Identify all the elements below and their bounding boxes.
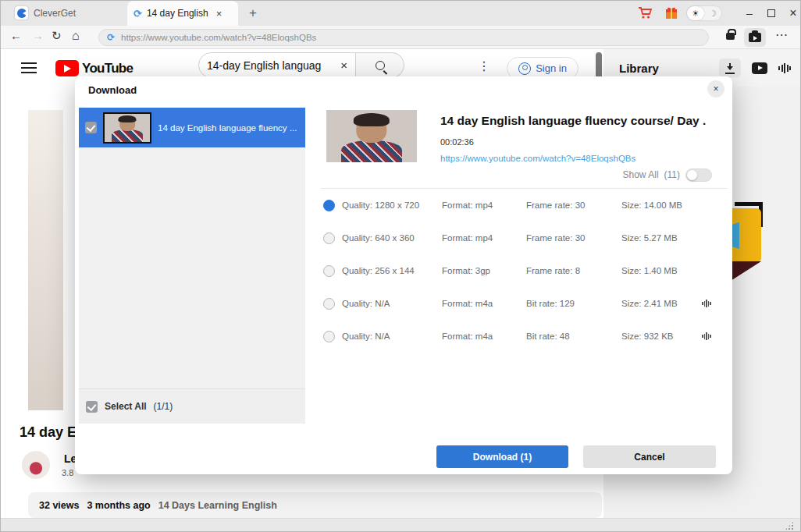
format-cell: Format: mp4 bbox=[442, 200, 493, 210]
channel-avatar[interactable] bbox=[22, 451, 50, 479]
show-all-count: (11) bbox=[664, 169, 680, 180]
views-count: 32 views bbox=[39, 500, 79, 511]
browser-tab[interactable]: ⟳ 14 day English × bbox=[127, 1, 238, 26]
stream-list: Quality: 1280 x 720 Format: mp4 Frame ra… bbox=[321, 188, 728, 353]
download-dialog: Download × 14 day English language fluen… bbox=[75, 76, 732, 474]
quality-cell: Quality: N/A bbox=[342, 332, 390, 341]
dialog-title: Download bbox=[88, 84, 137, 96]
youtube-play-icon bbox=[55, 60, 79, 76]
youtube-logo[interactable]: YouTube bbox=[55, 60, 133, 76]
quality-cell: Quality: N/A bbox=[342, 299, 390, 308]
stream-radio[interactable] bbox=[323, 331, 335, 342]
rate-cell: Bit rate: 48 bbox=[526, 332, 570, 341]
audio-library-icon[interactable] bbox=[778, 63, 791, 73]
title-bar: CleverGet ⟳ 14 day English × + ☀ ☽ – × bbox=[1, 1, 801, 26]
cancel-button[interactable]: Cancel bbox=[583, 445, 716, 468]
show-all-toggle[interactable] bbox=[685, 168, 712, 182]
stream-row[interactable]: Quality: 256 x 144 Format: 3gp Frame rat… bbox=[321, 254, 728, 287]
stream-row[interactable]: Quality: 1280 x 720 Format: mp4 Frame ra… bbox=[321, 189, 728, 222]
video-meta-box[interactable]: 32 views 3 months ago 14 Days Learning E… bbox=[28, 492, 602, 518]
stream-radio[interactable] bbox=[323, 200, 335, 211]
item-title: 14 day English language fluency ... bbox=[158, 123, 297, 133]
close-button[interactable]: × bbox=[785, 5, 801, 22]
stream-radio[interactable] bbox=[323, 232, 335, 244]
quality-cell: Quality: 640 x 360 bbox=[342, 233, 415, 243]
stream-row[interactable]: Quality: N/A Format: m4a Bit rate: 129 S… bbox=[321, 287, 728, 320]
download-arrow-icon bbox=[725, 63, 735, 73]
video-list: 14 day English language fluency ... bbox=[79, 108, 305, 388]
search-value: 14-day English languag bbox=[207, 59, 337, 72]
video-title: 14 day English language fluency course/ … bbox=[440, 114, 725, 128]
kebab-menu-icon[interactable]: ⋮ bbox=[478, 59, 490, 73]
audio-stream-icon bbox=[702, 300, 711, 307]
select-all-row[interactable]: Select All (1/1) bbox=[79, 388, 305, 424]
format-cell: Format: 3gp bbox=[442, 266, 490, 275]
library-title: Library bbox=[619, 62, 659, 75]
audio-stream-icon bbox=[702, 332, 711, 340]
home-button[interactable]: ⌂ bbox=[72, 29, 80, 43]
minimize-button[interactable]: – bbox=[741, 5, 758, 22]
video-downloader-icon bbox=[749, 33, 761, 42]
downloading-tab[interactable] bbox=[719, 59, 741, 77]
magnifier-icon bbox=[376, 61, 385, 70]
tab-loading-icon: ⟳ bbox=[134, 8, 142, 20]
show-all-label: Show All bbox=[623, 169, 659, 180]
cart-icon[interactable] bbox=[638, 6, 653, 23]
select-all-count: (1/1) bbox=[154, 401, 173, 412]
dialog-close-button[interactable]: × bbox=[707, 80, 724, 98]
hamburger-menu-icon[interactable] bbox=[21, 62, 37, 73]
url-text: https://www.youtube.com/watch?v=48Eloqsh… bbox=[121, 33, 316, 42]
select-all-label: Select All bbox=[105, 401, 147, 412]
back-button[interactable]: ← bbox=[10, 29, 22, 42]
stream-radio[interactable] bbox=[323, 298, 335, 310]
rate-cell: Frame rate: 8 bbox=[526, 266, 580, 275]
size-cell: Size: 1.40 MB bbox=[621, 266, 678, 275]
watch-page-title: 14 day E bbox=[20, 424, 77, 441]
stream-row[interactable]: Quality: 640 x 360 Format: mp4 Frame rat… bbox=[321, 222, 728, 254]
tab-close-icon[interactable]: × bbox=[216, 8, 222, 20]
lock-icon[interactable] bbox=[726, 33, 735, 40]
stream-row[interactable]: Quality: N/A Format: m4a Bit rate: 48 Si… bbox=[321, 320, 728, 353]
new-tab-button[interactable]: + bbox=[249, 5, 257, 21]
show-all-row: Show All (11) bbox=[481, 168, 712, 182]
more-menu-button[interactable]: ⋯ bbox=[775, 27, 789, 42]
video-list-item[interactable]: 14 day English language fluency ... bbox=[79, 108, 305, 147]
select-all-checkbox[interactable] bbox=[86, 401, 98, 413]
forward-button[interactable]: → bbox=[32, 29, 44, 42]
rate-cell: Frame rate: 30 bbox=[526, 233, 585, 243]
video-player-edge bbox=[28, 110, 63, 410]
maximize-button[interactable] bbox=[763, 5, 780, 22]
quality-cell: Quality: 1280 x 720 bbox=[342, 200, 419, 210]
item-checkbox[interactable] bbox=[85, 122, 97, 133]
stream-radio[interactable] bbox=[323, 265, 335, 277]
sun-icon[interactable]: ☀ bbox=[687, 6, 704, 20]
channel-subscribers: 3.8 bbox=[62, 468, 73, 477]
moon-icon[interactable]: ☽ bbox=[704, 6, 721, 20]
format-cell: Format: mp4 bbox=[442, 233, 493, 243]
video-library-icon[interactable] bbox=[752, 62, 767, 74]
search-input[interactable]: 14-day English languag × bbox=[198, 52, 356, 78]
tab-title: 14 day English bbox=[147, 8, 208, 19]
search-button[interactable] bbox=[356, 52, 404, 78]
clear-search-icon[interactable]: × bbox=[337, 59, 347, 72]
downloader-panel-button[interactable] bbox=[744, 28, 766, 47]
rate-cell: Frame rate: 30 bbox=[526, 200, 585, 210]
video-duration: 00:02:36 bbox=[440, 137, 474, 147]
video-url-link[interactable]: https://www.youtube.com/watch?v=48Eloqsh… bbox=[440, 154, 635, 163]
rate-cell: Bit rate: 129 bbox=[526, 299, 575, 308]
size-cell: Size: 2.41 MB bbox=[621, 299, 678, 308]
status-bar bbox=[1, 518, 801, 532]
size-cell: Size: 14.00 MB bbox=[621, 200, 682, 210]
format-cell: Format: m4a bbox=[442, 332, 493, 341]
url-bar[interactable]: ⟳ https://www.youtube.com/watch?v=48Eloq… bbox=[98, 29, 709, 46]
detail-thumbnail bbox=[326, 110, 417, 162]
refresh-button[interactable]: ↻ bbox=[52, 29, 62, 43]
format-cell: Format: m4a bbox=[442, 299, 493, 308]
gift-icon[interactable] bbox=[664, 6, 678, 23]
theme-toggle[interactable]: ☀ ☽ bbox=[686, 5, 722, 21]
size-cell: Size: 5.27 MB bbox=[621, 233, 678, 243]
upload-age: 3 months ago bbox=[87, 500, 150, 511]
download-button[interactable]: Download (1) bbox=[436, 445, 568, 468]
site-loading-icon: ⟳ bbox=[107, 32, 115, 43]
youtube-logo-text: YouTube bbox=[82, 61, 133, 76]
